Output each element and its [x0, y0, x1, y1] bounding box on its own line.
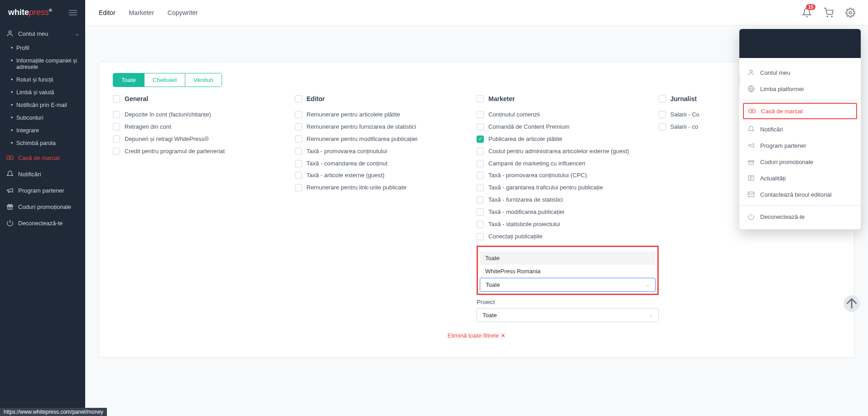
filter-item[interactable]: Remunerare pentru furnizarea de statisti… [295, 121, 477, 133]
menu-news[interactable]: Actualități [739, 170, 861, 186]
sidebar-item-logout[interactable]: Deconectează-te [0, 215, 85, 231]
checkbox[interactable] [295, 123, 302, 131]
checkbox[interactable] [295, 111, 302, 118]
col-marketer-head[interactable]: Marketer [477, 95, 659, 102]
checkbox[interactable] [113, 95, 120, 102]
checkbox[interactable] [295, 95, 302, 102]
sidebar-sub-lang[interactable]: Limbă și valută [0, 86, 85, 99]
checkbox[interactable] [477, 184, 484, 191]
seg-income[interactable]: Venituri [185, 73, 221, 87]
filter-item[interactable]: Conținutul comenzii [477, 109, 659, 121]
filter-item[interactable]: Taxă - promovarea conținutului [295, 145, 477, 158]
sidebar-item-promo[interactable]: Coduri promoționale [0, 198, 85, 215]
filter-label: Conectați publicațiile [488, 233, 542, 241]
chevron-down-icon: ⌄ [649, 313, 653, 318]
col-general-head[interactable]: General [113, 95, 295, 102]
menu-contact[interactable]: Contactează biroul editorial [739, 186, 861, 203]
filter-item[interactable]: Campanii de marketing cu influenceri [477, 158, 659, 170]
checkbox[interactable] [295, 148, 302, 155]
nav-marketer[interactable]: Marketer [129, 9, 154, 16]
checkbox[interactable] [659, 123, 666, 131]
filter-item[interactable]: Remunerare pentru modificarea publicație… [295, 133, 477, 145]
scroll-top-button[interactable] [844, 295, 860, 312]
logo-reg: ® [49, 8, 52, 13]
menu-logout[interactable]: Deconectează-te [739, 208, 861, 225]
checkbox[interactable] [477, 111, 484, 118]
sidebar-sub-roles[interactable]: Roluri și funcții [0, 73, 85, 86]
filter-item[interactable]: Remunerare pentru articolele plătite [295, 109, 477, 121]
filter-item[interactable]: Taxă - promovarea conținutului (CPC) [477, 169, 659, 182]
sidebar-item-notif[interactable]: Notificări [0, 166, 85, 182]
checkbox[interactable] [295, 172, 302, 179]
dd-option-wp-ro[interactable]: WhitePress Romania [480, 265, 656, 278]
checkbox[interactable] [295, 135, 302, 143]
filter-item[interactable]: Taxă - comandarea de conținut [295, 158, 477, 170]
sidebar-item-cash[interactable]: Casă de marcat [0, 150, 85, 166]
filter-item[interactable]: Taxă - statisticile proiectului [477, 218, 659, 231]
checkbox[interactable] [477, 148, 484, 155]
filter-item[interactable]: Comandă de Content Premium [477, 121, 659, 133]
filter-item[interactable]: Taxă - modificarea publicației [477, 206, 659, 218]
checkbox[interactable] [477, 196, 484, 203]
checkbox[interactable] [477, 95, 484, 102]
seg-all[interactable]: Toate [113, 73, 144, 87]
nav-copywriter[interactable]: Copywriter [168, 9, 198, 16]
checkbox[interactable] [477, 123, 484, 131]
checkbox-checked[interactable]: ✓ [477, 135, 484, 143]
filter-item[interactable]: Costul pentru administrarea articolelor … [477, 145, 659, 158]
project-select[interactable]: Toate ⌄ [477, 308, 659, 322]
checkbox[interactable] [477, 221, 484, 228]
checkbox[interactable] [659, 95, 666, 102]
sidebar-sub-subacc[interactable]: Subconturi [0, 111, 85, 124]
filter-item[interactable]: Depuneri și retragi WhitePress® [113, 133, 295, 145]
menu-platform-lang[interactable]: Limba platformei [739, 81, 861, 97]
filter-item[interactable]: Retrageri din cont [113, 121, 295, 133]
user-icon [747, 69, 755, 76]
sidebar-notif-label: Notificări [18, 171, 41, 178]
gear-icon[interactable] [845, 8, 855, 18]
sidebar-account-label: Contul meu [18, 30, 48, 37]
checkbox[interactable] [113, 111, 120, 118]
publication-select[interactable]: Toate ⌄ [480, 278, 656, 292]
hamburger-icon[interactable] [69, 10, 77, 15]
clear-filters-button[interactable]: Elimină toate filtrele✕ [113, 332, 840, 339]
checkbox[interactable] [477, 208, 484, 216]
checkbox[interactable] [113, 148, 120, 155]
sidebar-sub-company[interactable]: Informațiile companiei și adresele [0, 54, 85, 73]
sidebar-sub-passwd[interactable]: Schimbă parola [0, 137, 85, 150]
checkbox[interactable] [113, 135, 120, 143]
menu-promo[interactable]: Coduri promoționale [739, 154, 861, 170]
sidebar-sub-email[interactable]: Notificări prin E-mail [0, 99, 85, 111]
dd-option-all[interactable]: Toate [480, 252, 656, 265]
checkbox[interactable] [295, 184, 302, 191]
checkbox[interactable] [113, 123, 120, 131]
filter-item[interactable]: Conectați publicațiile [477, 231, 659, 243]
menu-account[interactable]: Contul meu [739, 64, 861, 81]
sidebar-sub-integr[interactable]: Integrare [0, 124, 85, 137]
filter-item[interactable]: Taxă - articole externe (guest) [295, 169, 477, 182]
sidebar-item-account[interactable]: Contul meu ⌄ [0, 25, 85, 42]
checkbox[interactable] [477, 233, 484, 240]
notifications-icon[interactable]: 15 [802, 8, 812, 18]
filter-item[interactable]: Remunerare pentru link-urile publicate [295, 182, 477, 194]
filter-item[interactable]: ✓Publicarea de articole plătite [477, 133, 659, 145]
menu-partner[interactable]: Program partener [739, 137, 861, 154]
filter-item[interactable]: Taxă - garantarea traficului pentru publ… [477, 182, 659, 194]
sidebar-sub-profile[interactable]: Profil [0, 42, 85, 54]
filter-item[interactable]: Credit pentru programul de parteneriat [113, 145, 295, 158]
checkbox[interactable] [659, 111, 666, 118]
checkbox[interactable] [295, 160, 302, 167]
checkbox[interactable] [477, 172, 484, 179]
menu-notif[interactable]: Notificări [739, 121, 861, 137]
col-jurnalist-title: Jurnalist [670, 95, 697, 102]
nav-editor[interactable]: Editor [99, 9, 116, 16]
col-editor-head[interactable]: Editor [295, 95, 477, 102]
filter-item[interactable]: Depozite în cont (facturi/chitanțe) [113, 109, 295, 121]
menu-cash[interactable]: Casă de marcat [743, 103, 857, 119]
sidebar-item-partner[interactable]: Program partener [0, 182, 85, 198]
menu-logout-label: Deconectează-te [760, 213, 805, 220]
cart-icon[interactable] [824, 8, 834, 18]
filter-item[interactable]: Taxă - furnizarea de statistici [477, 194, 659, 206]
seg-expenses[interactable]: Cheltuieli [144, 73, 185, 87]
checkbox[interactable] [477, 160, 484, 167]
